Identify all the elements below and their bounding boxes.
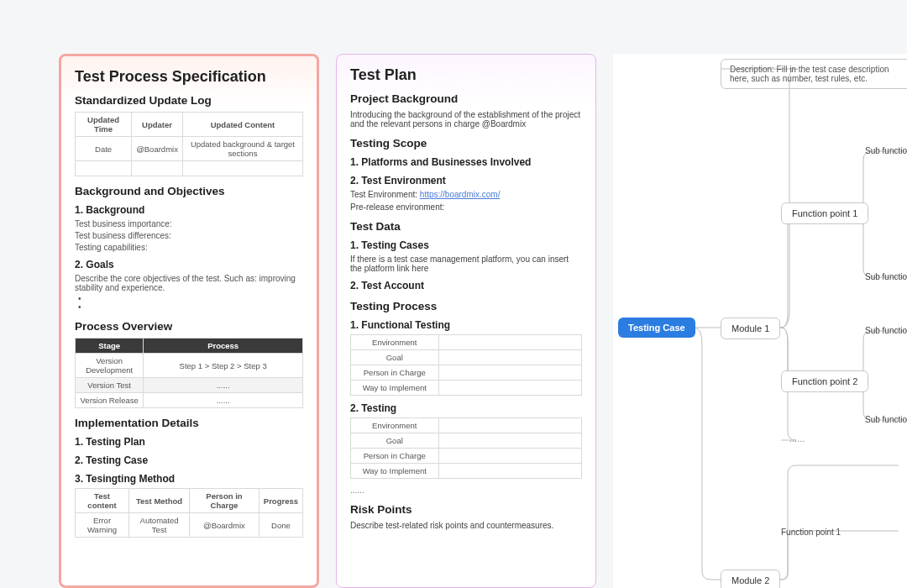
th-updated-content: Updated Content — [182, 113, 302, 137]
th-process: Process — [144, 339, 303, 354]
th-stage: Stage — [76, 339, 144, 354]
data-2: 2. Test Account — [350, 280, 582, 291]
goals-desc: Describe the core objectives of the test… — [75, 274, 303, 292]
pre-env: Pre-release environment: — [350, 202, 582, 212]
pb-desc: Introducing the background of the establ… — [350, 110, 582, 129]
impl-3: 3. Tesingting Method — [75, 473, 303, 485]
sec-process-overview: Process Overview — [75, 320, 303, 333]
table-row: Error Warning Automated Test @Boardmix D… — [76, 513, 303, 538]
scope-1: 1. Platforms and Businesses Involved — [350, 156, 582, 168]
h-background: 1. Background — [75, 204, 303, 216]
impl-2: 2. Testing Case — [75, 454, 303, 466]
scope-2: 2. Test Environment — [350, 175, 582, 186]
mindmap-panel[interactable]: Description: Fill in the test case descr… — [613, 54, 907, 588]
mind-sfp3[interactable]: Sub function point 1 — [865, 326, 907, 335]
card-test-plan[interactable]: Test Plan Project Background Introducing… — [336, 54, 596, 588]
cell: Person in Charge — [351, 449, 439, 464]
table-row: Version Development Step 1 > Step 2 > St… — [76, 354, 303, 378]
env-line: Test Environment: https://boardmix.com/ — [350, 190, 582, 199]
th-updater: Updater — [132, 113, 183, 137]
mind-sfp1[interactable]: Sub function point 1 — [865, 146, 907, 155]
cell: Goal — [351, 433, 439, 449]
cell: Person in Charge — [351, 365, 439, 381]
th-test-content: Test content — [76, 489, 129, 513]
bg-line1: Test business importance: — [75, 219, 303, 228]
testing-table: Environment Goal Person in Charge Way to… — [350, 417, 582, 479]
tp-dots: ...... — [350, 486, 582, 495]
card1-title: Test Process Specification — [75, 68, 303, 86]
cell: Version Release — [76, 393, 144, 408]
table-row: Version Release ...... — [76, 393, 303, 408]
cell: Step 1 > Step 2 > Step 3 — [144, 354, 303, 378]
cell: ...... — [144, 378, 303, 393]
bg-line3: Testing capabilities: — [75, 243, 303, 252]
mind-desc-box[interactable]: Description: Fill in the test case descr… — [721, 59, 907, 89]
risk-desc: Describe test-related risk points and co… — [350, 521, 582, 530]
sec-testing-process: Testing Process — [350, 300, 582, 312]
card2-title: Test Plan — [350, 66, 582, 84]
mind-fp3[interactable]: Function point 1 — [781, 528, 841, 537]
method-table: Test content Test Method Person in Charg… — [75, 488, 303, 538]
impl-1: 1. Testing Plan — [75, 436, 303, 448]
cell: @Boardmix — [190, 513, 260, 538]
mind-module-1[interactable]: Module 1 — [721, 318, 780, 339]
cell: @Boardmix — [132, 137, 183, 161]
mind-sfp4[interactable]: Sub function point 2 — [865, 415, 907, 424]
mind-module-2[interactable]: Module 2 — [721, 570, 780, 588]
cell: Updated background & target sections — [182, 137, 302, 161]
cell: Goal — [351, 350, 439, 365]
tp-2: 2. Testing — [350, 402, 582, 414]
mind-root[interactable]: Testing Case — [618, 318, 695, 338]
goals-bullets: •• — [75, 295, 303, 312]
table-row: Date @Boardmix Updated background & targ… — [76, 137, 303, 161]
card-test-process-spec[interactable]: Test Process Specification Standardized … — [59, 54, 319, 588]
th-test-method: Test Method — [129, 489, 190, 513]
mind-fp2[interactable]: Function point 2 — [781, 370, 868, 392]
cell: Environment — [351, 335, 439, 350]
sec-bg-obj: Background and Objectives — [75, 185, 303, 197]
th-person: Person in Charge — [190, 489, 260, 513]
mind-ellipsis-1: ...... — [789, 433, 805, 444]
cell: Error Warning — [76, 513, 129, 538]
mind-sfp2[interactable]: Sub function point 2 — [865, 272, 907, 281]
h-goals: 2. Goals — [75, 259, 303, 270]
th-updated-time: Updated Time — [76, 113, 132, 137]
data-1: 1. Testing Cases — [350, 239, 582, 251]
cell: Way to Implement — [351, 464, 439, 479]
sec-risk: Risk Points — [350, 503, 582, 516]
functional-testing-table: Environment Goal Person in Charge Way to… — [350, 334, 582, 396]
cell: Automated Test — [129, 513, 190, 538]
env-label: Test Environment: — [350, 190, 417, 199]
env-link[interactable]: https://boardmix.com/ — [420, 190, 501, 199]
th-progress: Progress — [259, 489, 302, 513]
sec-update-log: Standardized Update Log — [75, 94, 303, 107]
bg-line2: Test business differences: — [75, 231, 303, 240]
cell: Date — [76, 137, 132, 161]
table-row-empty — [76, 161, 303, 176]
cell: Environment — [351, 418, 439, 433]
cell: Version Development — [76, 354, 144, 378]
sec-scope: Testing Scope — [350, 137, 582, 150]
update-log-table: Updated Time Updater Updated Content Dat… — [75, 112, 303, 176]
cell: Done — [259, 513, 302, 538]
process-table: Stage Process Version Development Step 1… — [75, 338, 303, 408]
mind-fp1[interactable]: Function point 1 — [781, 202, 868, 224]
cell: Way to Implement — [351, 381, 439, 396]
sec-test-data: Test Data — [350, 220, 582, 233]
tp-1: 1. Functional Testing — [350, 319, 582, 331]
sec-impl-details: Implementation Details — [75, 417, 303, 429]
cell: ...... — [144, 393, 303, 408]
sec-project-bg: Project Background — [350, 92, 582, 105]
data1-desc: If there is a test case management platf… — [350, 255, 582, 273]
cell: Version Test — [76, 378, 144, 393]
table-row: Version Test ...... — [76, 378, 303, 393]
